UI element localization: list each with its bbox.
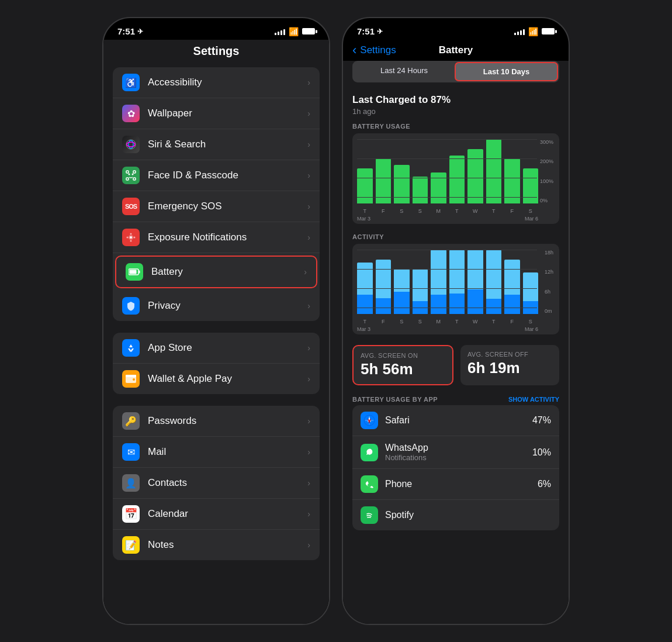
svg-rect-19 — [126, 375, 136, 377]
app-list: Safari 47% WhatsApp Notifications 10% — [352, 405, 559, 530]
show-activity-button[interactable]: SHOW ACTIVITY — [508, 396, 559, 403]
settings-group-1: ♿ Accessibility › ✿ Wallpaper › Siri & S… — [113, 67, 320, 321]
settings-item-siri[interactable]: Siri & Search › — [113, 129, 320, 160]
date-labels-battery: Mar 3 Mar 6 — [357, 216, 555, 222]
settings-item-calendar[interactable]: 📅 Calendar › — [113, 499, 320, 530]
x-T1: T — [357, 205, 373, 215]
app-item-safari[interactable]: Safari 47% — [352, 405, 559, 436]
svg-point-20 — [133, 378, 135, 381]
back-button[interactable]: ‹ Settings — [352, 43, 396, 58]
segment-24h[interactable]: Last 24 Hours — [354, 62, 455, 81]
svg-point-0 — [126, 140, 136, 149]
svg-point-11 — [130, 233, 132, 235]
bar-T1 — [357, 139, 373, 203]
act-bar-1 — [357, 250, 373, 314]
activity-grid-mid2 — [357, 288, 537, 289]
last-charged-section: Last Charged to 87% 1h ago — [343, 89, 569, 123]
battery-chevron: › — [304, 267, 307, 277]
screen-on-value: 5h 56m — [361, 360, 445, 378]
signal-icon-2 — [514, 28, 525, 35]
safari-name: Safari — [385, 415, 532, 426]
x-labels-activity: T F S S M T W T F S — [357, 315, 555, 326]
faceid-chevron: › — [307, 171, 310, 180]
settings-item-sos[interactable]: SOS Emergency SOS › — [113, 191, 320, 222]
whatsapp-sub: Notifications — [385, 453, 532, 462]
battery-status-icon-2 — [542, 28, 555, 34]
calendar-label: Calendar — [148, 508, 307, 520]
accessibility-icon: ♿ — [122, 74, 140, 91]
faceid-label: Face ID & Passcode — [148, 170, 307, 181]
siri-icon — [122, 136, 140, 153]
act-bar-2 — [376, 250, 392, 314]
svg-point-2 — [127, 142, 135, 147]
safari-app-icon — [361, 412, 378, 429]
svg-rect-4 — [133, 171, 136, 173]
wifi-icon-1: 📶 — [289, 27, 299, 36]
accessibility-label: Accessibility — [148, 77, 307, 88]
calendar-chevron: › — [307, 509, 310, 519]
battery-bars-container — [357, 139, 555, 203]
exposure-label: Exposure Notifications — [148, 232, 307, 243]
settings-item-battery[interactable]: Battery › — [115, 256, 317, 288]
time-label-2: 7:51 — [357, 26, 375, 36]
screen-on-title: Avg. Screen On — [361, 352, 445, 359]
app-item-phone[interactable]: Phone 6% — [352, 469, 559, 500]
bar-T3 — [486, 139, 502, 203]
y-label-300: 300% — [540, 139, 553, 145]
settings-item-wallet[interactable]: Wallet & Apple Pay › — [113, 364, 320, 394]
settings-item-exposure[interactable]: Exposure Notifications › — [113, 222, 320, 253]
whatsapp-name: WhatsApp — [385, 443, 532, 453]
appstore-icon — [122, 339, 140, 357]
appstore-chevron: › — [307, 343, 310, 353]
wallet-label: Wallet & Apple Pay — [148, 373, 307, 385]
last-charged-title: Last Charged to 87% — [352, 94, 559, 106]
x-W1: W — [467, 205, 483, 215]
settings-group-3: 🔑 Passwords › ✉ Mail › 👤 Contacts › — [113, 406, 320, 560]
y-label-100: 100% — [540, 178, 553, 184]
svg-point-14 — [134, 237, 136, 239]
settings-item-contacts[interactable]: 👤 Contacts › — [113, 468, 320, 499]
notes-label: Notes — [148, 539, 307, 551]
svg-rect-17 — [130, 270, 137, 274]
grid-line-mid2 — [357, 178, 537, 178]
faceid-icon — [122, 167, 140, 184]
date-mar6: Mar 6 — [525, 216, 538, 222]
bar-F2 — [504, 139, 520, 203]
battery-usage-chart: 300% 200% 100% 0% — [352, 133, 559, 224]
settings-item-mail[interactable]: ✉ Mail › — [113, 437, 320, 468]
mail-label: Mail — [148, 446, 307, 458]
x-F1: F — [376, 205, 392, 215]
location-icon-2: ✈ — [377, 27, 383, 36]
screen-off-title: Avg. Screen Off — [467, 351, 552, 358]
settings-item-privacy[interactable]: Privacy › — [113, 291, 320, 321]
screen-off-value: 6h 19m — [467, 359, 552, 377]
app-item-spotify[interactable]: Spotify — [352, 500, 559, 530]
last-charged-subtitle: 1h ago — [352, 107, 559, 116]
x-T2: T — [449, 205, 465, 215]
privacy-icon — [122, 297, 140, 315]
activity-grid-top — [357, 250, 537, 250]
bar-T2 — [449, 139, 465, 203]
settings-item-faceid[interactable]: Face ID & Passcode › — [113, 160, 320, 191]
svg-point-7 — [129, 174, 130, 175]
settings-item-passwords[interactable]: 🔑 Passwords › — [113, 406, 320, 437]
settings-item-appstore[interactable]: App Store › — [113, 333, 320, 364]
svg-rect-5 — [126, 178, 129, 180]
app-item-whatsapp[interactable]: WhatsApp Notifications 10% — [352, 436, 559, 469]
bar-M1 — [431, 139, 446, 203]
x-M1: M — [431, 205, 446, 215]
settings-item-wallpaper[interactable]: ✿ Wallpaper › — [113, 98, 320, 129]
y-axis-activity: 18h 12h 6h 0m — [543, 250, 555, 314]
y-axis-battery: 300% 200% 100% 0% — [539, 139, 555, 203]
usage-title: BATTERY USAGE BY APP — [352, 396, 438, 403]
settings-title: Settings — [103, 40, 329, 67]
y-0m: 0m — [545, 308, 553, 314]
grid-line-bot — [357, 197, 537, 198]
settings-item-accessibility[interactable]: ♿ Accessibility › — [113, 67, 320, 98]
date-mar3: Mar 3 — [357, 216, 370, 222]
segment-10d[interactable]: Last 10 Days — [455, 62, 558, 81]
act-bar-9 — [504, 250, 520, 314]
sos-icon: SOS — [122, 198, 140, 215]
phone-name: Phone — [385, 479, 538, 489]
settings-item-notes[interactable]: 📝 Notes › — [113, 530, 320, 560]
